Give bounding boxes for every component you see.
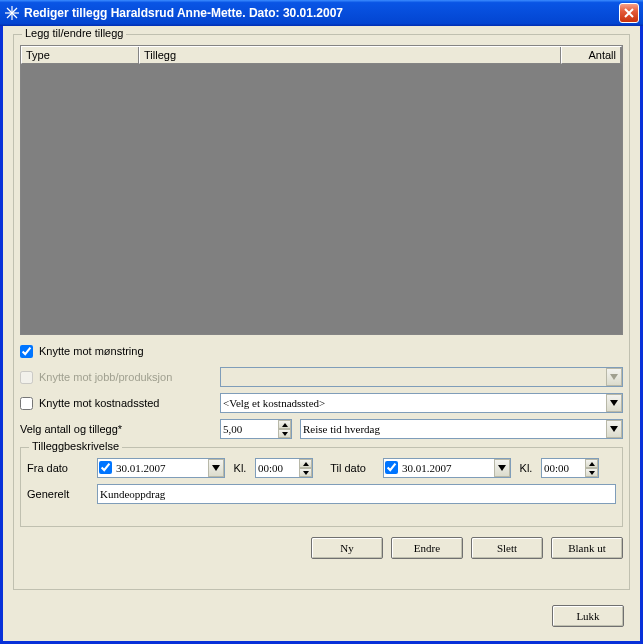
label-kostnadssted: Knytte mot kostnadssted: [39, 397, 159, 409]
check-til-dato[interactable]: [385, 461, 398, 474]
group-legend: Legg til/endre tillegg: [22, 27, 126, 39]
combo-kostnadssted-btn[interactable]: [606, 394, 622, 412]
close-button[interactable]: [619, 3, 639, 23]
grid-body[interactable]: [21, 64, 622, 334]
legend-beskrivelse: Tilleggbeskrivelse: [29, 440, 122, 452]
app-icon: [4, 5, 20, 21]
combo-tillegg-btn[interactable]: [606, 420, 622, 438]
group-beskrivelse: Tilleggbeskrivelse Fra dato Kl.: [20, 447, 623, 527]
input-fra-dato[interactable]: [97, 458, 225, 478]
group-legg-til: Legg til/endre tillegg Type Tillegg Anta…: [13, 34, 630, 590]
spin-til-kl-up[interactable]: [585, 459, 598, 468]
combo-jobb-btn: [606, 368, 622, 386]
label-fra-dato: Fra dato: [27, 462, 97, 474]
input-generelt[interactable]: [97, 484, 616, 504]
check-kostnadssted[interactable]: [20, 397, 33, 410]
grid-col-type[interactable]: Type: [21, 47, 139, 64]
combo-jobb: [220, 367, 623, 387]
button-ny[interactable]: Ny: [311, 537, 383, 559]
input-til-dato[interactable]: [383, 458, 511, 478]
label-til-dato: Til dato: [313, 462, 383, 474]
label-til-kl: Kl.: [511, 462, 541, 474]
check-jobb: [20, 371, 33, 384]
label-fra-kl: Kl.: [225, 462, 255, 474]
spin-til-kl-down[interactable]: [585, 468, 598, 477]
check-monstring[interactable]: [20, 345, 33, 358]
label-jobb: Knytte mot jobb/produksjon: [39, 371, 172, 383]
spin-fra-kl-down[interactable]: [299, 468, 312, 477]
window-title: Rediger tillegg Haraldsrud Anne-Mette. D…: [24, 6, 619, 20]
spin-antall-down[interactable]: [278, 429, 291, 438]
fra-dato-btn[interactable]: [208, 459, 224, 477]
check-fra-dato[interactable]: [99, 461, 112, 474]
titlebar: Rediger tillegg Haraldsrud Anne-Mette. D…: [0, 0, 643, 26]
button-slett[interactable]: Slett: [471, 537, 543, 559]
spin-fra-kl-up[interactable]: [299, 459, 312, 468]
label-velg: Velg antall og tillegg*: [20, 423, 220, 435]
til-dato-btn[interactable]: [494, 459, 510, 477]
button-blank[interactable]: Blank ut: [551, 537, 623, 559]
label-monstring: Knytte mot mønstring: [39, 345, 144, 357]
grid-col-antall[interactable]: Antall: [561, 47, 621, 64]
combo-tillegg[interactable]: [300, 419, 623, 439]
grid-col-tillegg[interactable]: Tillegg: [139, 47, 561, 64]
grid: Type Tillegg Antall: [20, 45, 623, 335]
label-generelt: Generelt: [27, 488, 97, 500]
combo-kostnadssted[interactable]: [220, 393, 623, 413]
button-endre[interactable]: Endre: [391, 537, 463, 559]
spin-antall-up[interactable]: [278, 420, 291, 429]
button-lukk[interactable]: Lukk: [552, 605, 624, 627]
